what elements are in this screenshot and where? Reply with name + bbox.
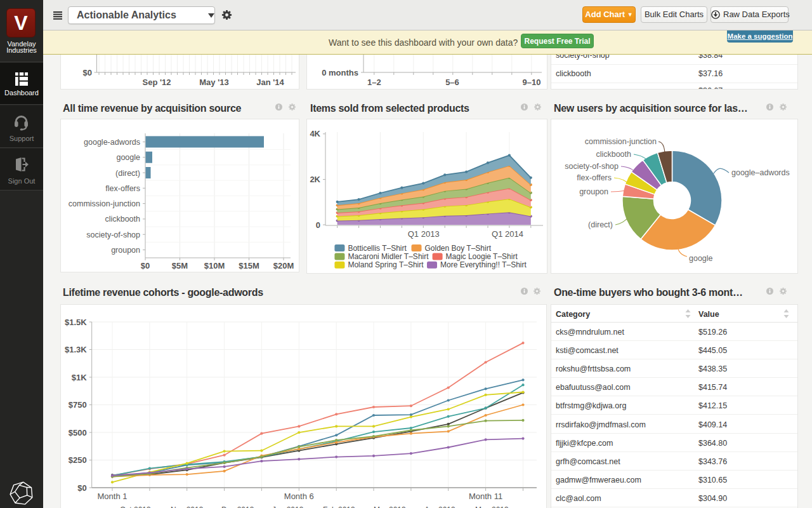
svg-text:$0: $0 (141, 261, 150, 271)
svg-text:google: google (116, 153, 140, 162)
svg-text:$15M: $15M (239, 261, 259, 271)
svg-text:Q1 2013: Q1 2013 (408, 229, 440, 239)
svg-text:Jan 2013: Jan 2013 (272, 505, 304, 508)
svg-text:Macaroni Midler T–Shirt: Macaroni Midler T–Shirt (348, 252, 429, 261)
svg-text:2K: 2K (310, 175, 320, 184)
svg-text:Botticellis T–Shirt: Botticellis T–Shirt (348, 244, 407, 253)
svg-text:commission-junction: commission-junction (585, 137, 657, 146)
svg-text:$10M: $10M (204, 261, 225, 271)
svg-text:$0: $0 (83, 68, 92, 77)
svg-text:0 months: 0 months (322, 68, 358, 77)
svg-text:$0: $0 (77, 483, 86, 493)
svg-text:More Everything!! T–Shirt: More Everything!! T–Shirt (440, 260, 527, 269)
svg-text:5–6: 5–6 (445, 77, 459, 87)
svg-text:groupon: groupon (579, 187, 608, 196)
svg-text:google-adwords: google-adwords (84, 138, 140, 147)
svg-text:Magic Loogie T–Shirt: Magic Loogie T–Shirt (446, 252, 518, 261)
svg-text:Sep '12: Sep '12 (142, 77, 171, 87)
svg-text:Moland Spring T–Shirt: Moland Spring T–Shirt (348, 260, 424, 269)
svg-text:9–10: 9–10 (523, 77, 541, 87)
svg-text:$20M: $20M (273, 261, 294, 271)
svg-text:May '13: May '13 (199, 77, 228, 87)
svg-text:Nov 2013: Nov 2013 (171, 505, 204, 508)
svg-text:Month 6: Month 6 (284, 491, 314, 501)
svg-text:Q1 2014: Q1 2014 (492, 229, 523, 239)
svg-text:$1K: $1K (72, 373, 87, 382)
svg-text:Apr 2013: Apr 2013 (424, 505, 455, 508)
svg-text:Dec 2013: Dec 2013 (221, 505, 254, 508)
svg-text:society-of-shop: society-of-shop (565, 162, 619, 171)
svg-text:May 2013: May 2013 (475, 505, 509, 508)
svg-text:(direct): (direct) (115, 169, 140, 178)
svg-text:google–adwords: google–adwords (731, 168, 790, 177)
svg-text:Jan '14: Jan '14 (256, 77, 284, 87)
svg-text:$1.3K: $1.3K (65, 345, 87, 354)
svg-text:4K: 4K (310, 129, 320, 138)
svg-text:flex-offers: flex-offers (105, 184, 140, 193)
svg-text:$1.5K: $1.5K (65, 318, 87, 327)
svg-text:1–2: 1–2 (367, 77, 381, 87)
svg-text:$750: $750 (69, 400, 87, 410)
svg-text:Oct 2013: Oct 2013 (120, 505, 151, 508)
svg-text:commission-junction: commission-junction (69, 199, 140, 208)
svg-text:$5M: $5M (172, 261, 188, 271)
svg-text:Mar 2013: Mar 2013 (374, 505, 406, 508)
svg-text:google: google (689, 254, 713, 263)
svg-text:(direct): (direct) (588, 220, 613, 229)
svg-text:Month 11: Month 11 (469, 491, 502, 501)
svg-text:$500: $500 (69, 428, 87, 438)
svg-text:Month 1: Month 1 (98, 491, 128, 501)
svg-text:society-of-shop: society-of-shop (86, 231, 140, 239)
svg-text:$250: $250 (69, 455, 87, 465)
svg-text:0: 0 (316, 220, 320, 230)
svg-text:groupon: groupon (111, 246, 140, 255)
svg-text:Feb 2013: Feb 2013 (323, 505, 355, 508)
svg-text:clickbooth: clickbooth (105, 215, 140, 224)
svg-text:flex-offers: flex-offers (577, 173, 612, 182)
svg-text:clickbooth: clickbooth (596, 150, 631, 159)
svg-text:Golden Boy T–Shirt: Golden Boy T–Shirt (425, 244, 492, 253)
